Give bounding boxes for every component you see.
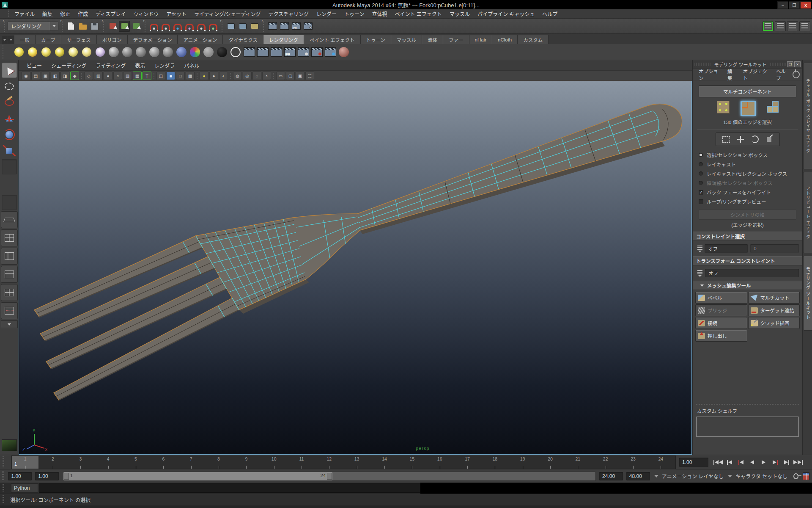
play-backwards-button[interactable] [747,457,757,467]
menu-item[interactable]: ヘルプ [538,10,561,17]
menu-item[interactable]: ペイント エフェクト [391,10,446,17]
constraint-section-header[interactable]: コンストレイント選択 [693,232,802,241]
animation-layer-selector[interactable]: アニメーション レイヤなし [662,472,724,480]
point-light-icon[interactable] [13,46,25,58]
face-selection-icon[interactable] [767,101,779,113]
new-scene-icon[interactable] [66,21,77,32]
power-toggle-icon[interactable] [793,71,800,78]
mesh-edit-tools-header[interactable]: メッシュ編集ツール [693,281,802,290]
panel-menu-item[interactable]: シェーディング [47,62,91,69]
shadows-icon[interactable]: □ [176,72,185,80]
perspective-view[interactable]: persp Y X Z [19,81,692,455]
render-current-frame-icon[interactable] [279,21,290,32]
playback-start-field[interactable]: 1.00 [35,472,59,480]
custom-shelf-area[interactable] [696,417,799,437]
input-connections-icon[interactable] [225,21,236,32]
status-group-grip[interactable] [143,21,147,32]
constraint-number-field[interactable]: 0 [750,244,799,253]
tool-settings-toggle[interactable] [787,21,798,31]
hud-icon[interactable]: ☷ [305,72,314,80]
layout-thumbnail[interactable] [2,439,17,451]
constraint-stack-icon[interactable] [696,244,703,253]
bounding-box-icon[interactable]: ▨ [123,72,132,80]
shelf-tab[interactable]: nCloth [492,35,518,44]
render-settings-shelf-icon[interactable] [297,46,310,58]
current-time-field[interactable]: 1.00 [679,458,708,467]
status-group-grip[interactable] [60,21,64,32]
snap-projected-center-icon[interactable] [184,21,195,32]
menu-item[interactable]: 修正 [56,10,74,17]
open-scene-icon[interactable] [77,21,88,32]
move-tool[interactable] [2,111,17,126]
lambert-shader-icon[interactable] [134,46,147,58]
time-slider[interactable]: 1 12345678910111213141516171819202122232… [11,456,676,469]
sidebar-tab[interactable]: モデリング ツールキット [803,256,812,331]
mesh-tool-multicut-button[interactable]: マルチカット [748,292,800,304]
range-start-handle[interactable] [64,473,69,480]
toolkit-float-icon[interactable]: ❐ [787,61,793,67]
ramp-shader-icon[interactable] [189,46,201,58]
playback-end-field[interactable]: 24.00 [599,472,623,480]
playback-range[interactable]: 1 24 [63,472,332,480]
selection-mode-option[interactable]: レイキャスト/セレクション ボックス [693,169,802,178]
toolkit-menu-item[interactable]: オブジェクト [740,68,773,81]
layout-outliner-persp[interactable] [1,248,18,265]
menu-item[interactable]: パイプライン キャッシュ [474,10,538,17]
resolution-gate-icon[interactable]: ▣ [296,72,304,80]
menu-item[interactable]: トゥーン [340,10,368,17]
shelf-tab[interactable]: トゥーン [361,35,391,44]
sidebar-tab[interactable]: チャネル ボックス/レイヤ エディタ [803,63,812,169]
menu-item[interactable]: テクスチャリング [265,10,313,17]
command-line-grip[interactable] [1,484,6,493]
panel-menu-item[interactable]: 表示 [130,62,150,69]
checkbox-icon[interactable]: ✓ [699,190,703,195]
transform-constraint-dropdown[interactable]: オフ [705,269,799,277]
menu-item[interactable]: ウィンドウ [129,10,162,17]
character-set-selector[interactable]: キャラクタ セットなし [735,472,787,480]
shelf-tab[interactable]: ファー [443,35,469,44]
menu-item[interactable]: ディスプレイ [92,10,129,17]
menu-grip[interactable] [7,9,10,18]
flat-shade-icon[interactable]: ○ [113,72,122,80]
status-group-grip[interactable] [102,21,105,32]
shelf-tab[interactable]: ポリゴン [97,35,128,44]
area-light-icon[interactable] [53,46,66,58]
layout-more-dropdown[interactable] [1,320,18,328]
render-view-shelf-icon[interactable] [243,46,255,58]
camera-select-icon[interactable]: ◉ [22,72,30,80]
shelf-tab[interactable]: サーフェス [61,35,97,44]
toolkit-checkbox-row[interactable]: ループ/リングをプレビュー [693,197,802,206]
play-forwards-button[interactable] [758,457,769,467]
mesh-tool-connect-button[interactable]: 接続 [695,317,747,329]
selection-mode-option[interactable]: 微調整/セレクション ボックス [693,178,802,188]
minimize-button[interactable]: – [777,1,788,9]
go-to-start-button[interactable] [713,457,723,467]
render-settings-icon[interactable] [302,21,313,32]
mesh-tool-bevel-button[interactable]: ベベル [695,292,747,304]
use-background-icon[interactable] [229,46,242,58]
select-component-icon[interactable] [131,21,142,32]
status-grip[interactable] [3,21,6,32]
toolkit-menu-item[interactable]: ヘルプ [773,68,793,81]
spot-light-icon[interactable] [26,46,39,58]
save-scene-icon[interactable] [89,21,100,32]
selection-mode-option[interactable]: レイキャスト [693,160,802,169]
radio-icon[interactable] [699,181,703,185]
scale-icon[interactable] [765,135,774,144]
surface-shader-icon[interactable] [202,46,215,58]
radio-icon[interactable] [699,162,703,166]
set-key-icon[interactable] [793,473,798,479]
shelf-tab[interactable]: アニメーション [178,35,223,44]
shaded-sphere-icon[interactable]: ● [104,72,112,80]
select-object-icon[interactable] [119,21,130,32]
textured-icon[interactable]: ▦ [133,72,142,80]
ipr-render-shelf-icon[interactable]: IPR [283,46,296,58]
xray-icon[interactable]: ◍ [233,72,242,80]
render-abort-icon[interactable] [310,46,323,58]
step-back-frame-button[interactable] [724,457,735,467]
layout-single-pane[interactable] [1,211,18,228]
shelf-tab[interactable]: カーブ [36,35,61,44]
layout-hypershade-persp[interactable] [1,284,18,301]
select-tool[interactable] [2,63,17,78]
layout-four-pane[interactable] [1,229,18,246]
